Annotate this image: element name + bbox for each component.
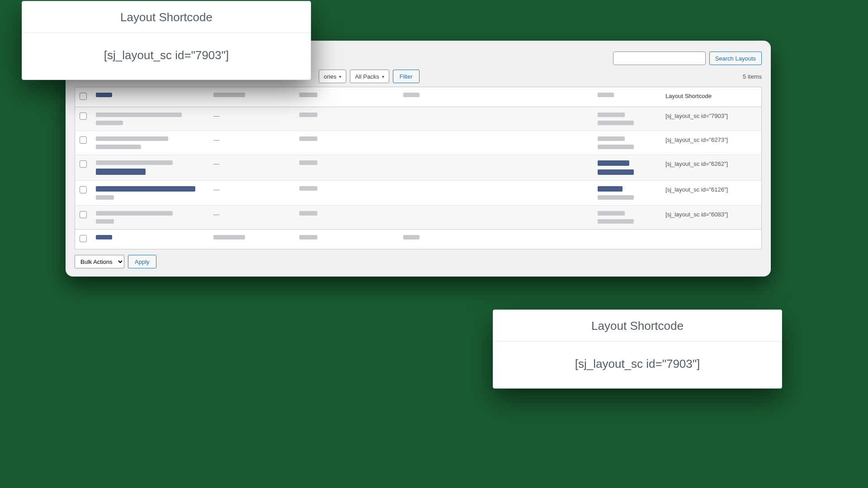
col-header-placeholder — [96, 93, 112, 97]
row-checkbox[interactable] — [80, 160, 87, 168]
date-placeholder — [598, 186, 623, 192]
row-checkbox[interactable] — [80, 211, 87, 218]
table-row: — [sj_layout_sc id="6273"] — [75, 131, 762, 155]
callout-title: Layout Shortcode — [493, 310, 782, 342]
date-placeholder — [598, 211, 625, 216]
callout-value: [sj_layout_sc id="7903"] — [22, 33, 311, 80]
chevron-down-icon: ▾ — [339, 74, 341, 79]
title-placeholder — [96, 121, 123, 125]
title-placeholder — [96, 145, 141, 149]
col-header-placeholder — [213, 93, 245, 97]
cell-placeholder — [299, 160, 317, 165]
author-dash: — — [213, 186, 219, 193]
date-placeholder — [598, 145, 634, 149]
title-placeholder — [96, 169, 146, 175]
title-placeholder — [96, 195, 114, 200]
title-placeholder — [96, 136, 168, 141]
date-placeholder — [598, 160, 629, 166]
row-checkbox[interactable] — [80, 113, 87, 120]
col-footer-placeholder — [299, 235, 317, 239]
shortcode-cell[interactable]: [sj_layout_sc id="6262"] — [661, 155, 762, 181]
date-placeholder — [598, 113, 625, 117]
callout-bottom: Layout Shortcode [sj_layout_sc id="7903"… — [493, 310, 782, 389]
filter-button[interactable]: Filter — [393, 70, 420, 83]
col-header-placeholder — [299, 93, 317, 97]
date-placeholder — [598, 121, 634, 125]
shortcode-cell[interactable]: [sj_layout_sc id="6083"] — [661, 206, 762, 230]
packs-select-label: All Packs — [355, 73, 379, 80]
author-dash: — — [213, 211, 219, 218]
search-input[interactable] — [613, 52, 706, 65]
bulk-actions-row: Bulk Actions Apply — [75, 255, 762, 268]
search-button[interactable]: Search Layouts — [709, 52, 762, 65]
select-all-checkbox[interactable] — [80, 235, 87, 242]
packs-select[interactable]: All Packs ▾ — [350, 70, 389, 83]
table-row: — [sj_layout_sc id="6262"] — [75, 155, 762, 181]
categories-select[interactable]: ories ▾ — [319, 70, 346, 83]
table-row: — [sj_layout_sc id="7903"] — [75, 107, 762, 131]
callout-title: Layout Shortcode — [22, 1, 311, 33]
callout-top: Layout Shortcode [sj_layout_sc id="7903"… — [22, 1, 311, 80]
col-footer-placeholder — [96, 235, 112, 239]
cell-placeholder — [299, 211, 317, 216]
col-footer-placeholder — [213, 235, 245, 239]
cell-placeholder — [299, 113, 317, 117]
shortcode-cell[interactable]: [sj_layout_sc id="6273"] — [661, 131, 762, 155]
bulk-actions-select[interactable]: Bulk Actions — [75, 255, 124, 268]
date-placeholder — [598, 219, 634, 224]
title-placeholder — [96, 219, 114, 224]
author-dash: — — [213, 136, 219, 143]
date-placeholder — [598, 169, 634, 175]
shortcode-cell[interactable]: [sj_layout_sc id="7903"] — [661, 107, 762, 131]
author-dash: — — [213, 160, 219, 167]
title-placeholder — [96, 186, 195, 192]
layouts-table: Layout Shortcode — [sj_layout_sc id="790… — [75, 87, 762, 249]
cell-placeholder — [299, 186, 317, 191]
items-count: 5 items — [743, 73, 762, 80]
callout-value: [sj_layout_sc id="7903"] — [493, 342, 782, 388]
date-placeholder — [598, 195, 634, 200]
col-header-shortcode: Layout Shortcode — [661, 87, 762, 107]
date-placeholder — [598, 136, 625, 141]
chevron-down-icon: ▾ — [382, 74, 384, 79]
cell-placeholder — [299, 136, 317, 141]
table-row: — [sj_layout_sc id="6083"] — [75, 206, 762, 230]
categories-select-label: ories — [324, 73, 336, 80]
col-footer-placeholder — [403, 235, 420, 239]
apply-button[interactable]: Apply — [128, 255, 156, 268]
title-placeholder — [96, 160, 173, 165]
table-row: — [sj_layout_sc id="6126"] — [75, 181, 762, 206]
title-placeholder — [96, 113, 182, 117]
col-header-placeholder — [598, 93, 614, 97]
col-header-placeholder — [403, 93, 420, 97]
row-checkbox[interactable] — [80, 136, 87, 144]
author-dash: — — [213, 113, 219, 119]
shortcode-cell[interactable]: [sj_layout_sc id="6126"] — [661, 181, 762, 206]
row-checkbox[interactable] — [80, 186, 87, 193]
title-placeholder — [96, 211, 173, 216]
select-all-checkbox[interactable] — [80, 93, 87, 100]
